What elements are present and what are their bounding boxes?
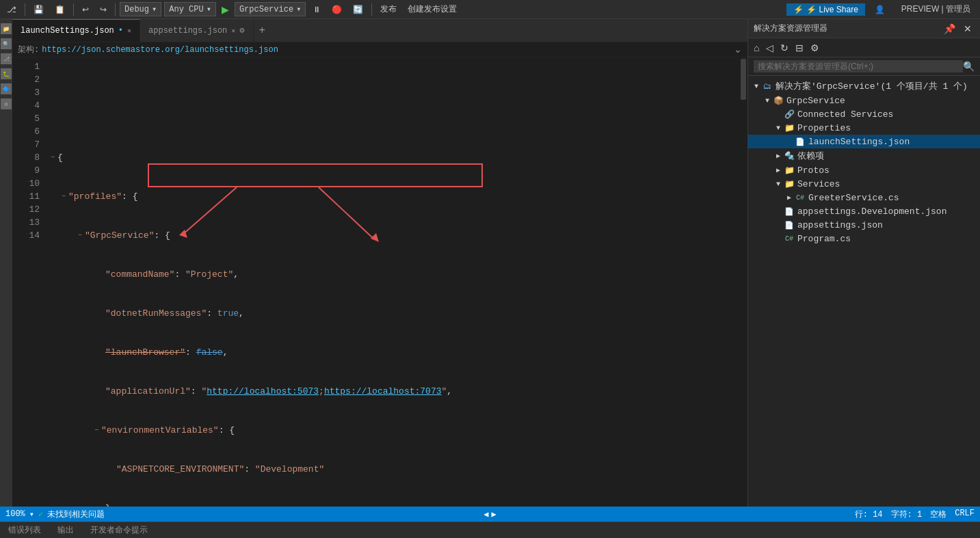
solution-panel: 解决方案资源管理器 📌 ✕ ⌂ ◁ ↻ ⊟ ⚙ 🔍 ▼ 🗂 解决方案'GrpcS… xyxy=(747,19,980,507)
code-line-3: −"GrpcService": { xyxy=(51,229,734,242)
live-share-label: ⚡ Live Share xyxy=(806,5,858,14)
tree-item-program[interactable]: C# Program.cs xyxy=(748,232,980,245)
tree-item-deps[interactable]: ▶ 🔩 依赖项 xyxy=(748,148,980,163)
annotation-arrows xyxy=(45,57,739,507)
tree-item-appsettings-dev[interactable]: 📄 appsettings.Development.json xyxy=(748,204,980,218)
activity-settings[interactable]: ⚙ xyxy=(1,98,12,109)
restart-button[interactable]: 🔄 xyxy=(349,3,367,16)
code-line-7: "applicationUrl": "http://localhost:5073… xyxy=(51,385,734,398)
tab-launch-settings[interactable]: launchSettings.json • ✕ xyxy=(12,19,140,42)
tab-bar: launchSettings.json • ✕ appsettings.json… xyxy=(12,19,747,42)
status-bar: 100% ▾ ✓ 未找到相关问题 ◀ ▶ 行: 14 字符: 1 空格 CRLF xyxy=(0,507,980,522)
search-icon[interactable]: 🔍 xyxy=(963,61,975,72)
create-publish-label[interactable]: 创建发布设置 xyxy=(403,2,461,16)
tab-output[interactable]: 输出 xyxy=(55,524,77,536)
scroll-left-btn[interactable]: ◀ xyxy=(484,509,488,520)
debug-config-dropdown[interactable]: Debug ▾ xyxy=(120,2,161,16)
collapse-1[interactable]: − xyxy=(51,151,55,164)
code-content[interactable]: −{ −"profiles": { −"GrpcService": { "com… xyxy=(45,57,739,507)
debug-config-label: Debug xyxy=(124,5,149,14)
tree-item-solution[interactable]: ▼ 🗂 解决方案'GrpcService'(1 个项目/共 1 个) xyxy=(748,79,980,94)
tree-arrow-protos: ▶ xyxy=(773,166,784,174)
url-https[interactable]: https://localhost:7073 xyxy=(324,385,442,398)
live-share-icon: ⚡ xyxy=(793,5,804,14)
solution-icon: 🗂 xyxy=(762,81,773,92)
panel-close-button[interactable]: ✕ xyxy=(961,22,975,36)
panel-back-btn[interactable]: ◁ xyxy=(763,41,776,55)
tree-arrow-solution: ▼ xyxy=(751,83,762,90)
cpu-dropdown[interactable]: Any CPU ▾ xyxy=(164,2,216,16)
tab-appsettings-close[interactable]: ✕ xyxy=(231,27,235,35)
tab-appsettings-gear[interactable]: ⚙ xyxy=(239,25,244,36)
sep3 xyxy=(115,3,116,16)
run-button[interactable]: ▶ xyxy=(219,3,232,16)
panel-pin-button[interactable]: 📌 xyxy=(941,22,958,36)
collapse-2[interactable]: − xyxy=(62,190,66,203)
tab-error-list[interactable]: 错误列表 xyxy=(5,524,44,536)
encoding-indicator: CRLF xyxy=(955,509,975,520)
panel-header: 解决方案资源管理器 📌 ✕ xyxy=(748,19,980,38)
project-dropdown[interactable]: GrpcService ▾ xyxy=(235,2,306,16)
tab-launch-settings-close[interactable]: ✕ xyxy=(127,27,131,35)
tree-item-launch-settings[interactable]: 📄 launchSettings.json xyxy=(748,135,980,148)
tree-item-connected-services[interactable]: 🔗 Connected Services xyxy=(748,107,980,121)
tab-launch-settings-dot: • xyxy=(118,26,123,36)
user-icon[interactable]: 👤 xyxy=(871,3,889,16)
stop-button[interactable]: 🔴 xyxy=(328,3,346,16)
solution-tree: ▼ 🗂 解决方案'GrpcService'(1 个项目/共 1 个) ▼ 📦 G… xyxy=(748,76,980,507)
status-scroll: ◀ ▶ xyxy=(484,509,496,520)
tree-item-properties[interactable]: ▼ 📁 Properties xyxy=(748,121,980,135)
schema-expand-btn[interactable]: ⌄ xyxy=(734,44,742,55)
live-share-button[interactable]: ⚡ ⚡ Live Share xyxy=(786,3,865,16)
tree-arrow-deps: ▶ xyxy=(773,152,784,160)
add-tab-button[interactable]: + xyxy=(254,19,272,42)
collapse-8[interactable]: − xyxy=(94,424,98,437)
tab-terminal[interactable]: 开发者命令提示 xyxy=(88,524,150,536)
panel-collapse-all-btn[interactable]: ⊟ xyxy=(793,41,806,55)
protos-folder-icon: 📁 xyxy=(784,165,795,176)
tree-label-protos: Protos xyxy=(797,165,830,176)
activity-search[interactable]: 🔍 xyxy=(1,38,12,49)
panel-toolbar: ⌂ ◁ ↻ ⊟ ⚙ xyxy=(748,38,980,57)
tree-label-appsettings-dev: appsettings.Development.json xyxy=(797,206,946,217)
tree-item-project[interactable]: ▼ 📦 GrpcService xyxy=(748,94,980,107)
code-editor: 12345 678910 11121314 −{ xyxy=(12,57,747,507)
tab-appsettings[interactable]: appsettings.json ✕ ⚙ xyxy=(140,19,253,42)
search-input[interactable] xyxy=(754,60,963,72)
activity-debug[interactable]: 🐛 xyxy=(1,68,12,79)
schema-url[interactable]: https://json.schemastore.org/launchsetti… xyxy=(42,45,278,55)
project-icon: 📦 xyxy=(773,95,784,106)
url-http[interactable]: http://localhost:5073 xyxy=(207,385,319,398)
undo-button[interactable]: ↩ xyxy=(78,3,93,16)
panel-settings-btn[interactable]: ⚙ xyxy=(808,41,822,55)
save-all-button[interactable]: 📋 xyxy=(51,3,69,16)
tree-item-services[interactable]: ▼ 📁 Services xyxy=(748,177,980,191)
save-button[interactable]: 💾 xyxy=(29,3,48,16)
connected-services-icon: 🔗 xyxy=(784,109,795,120)
git-button[interactable]: ⎇ xyxy=(3,3,21,16)
activity-explorer[interactable]: 📁 xyxy=(1,23,12,34)
tree-item-greeter[interactable]: ▶ C# GreeterService.cs xyxy=(748,191,980,204)
panel-refresh-btn[interactable]: ↻ xyxy=(778,41,791,55)
redo-button[interactable]: ↪ xyxy=(96,3,111,16)
preview-button[interactable]: PREVIEW | 管理员 xyxy=(895,2,977,16)
space-indicator: 空格 xyxy=(930,509,946,520)
scrollbar-thumb[interactable] xyxy=(741,59,746,100)
cpu-label: Any CPU xyxy=(169,5,203,14)
vertical-scrollbar[interactable] xyxy=(739,57,747,507)
pause-button[interactable]: ⏸ xyxy=(308,3,325,16)
panel-home-btn[interactable]: ⌂ xyxy=(751,41,762,55)
scroll-right-btn[interactable]: ▶ xyxy=(492,509,496,520)
zoom-dropdown[interactable]: ▾ xyxy=(29,509,34,520)
collapse-3[interactable]: − xyxy=(78,229,82,242)
activity-bar: 📁 🔍 ⎇ 🐛 🔷 ⚙ xyxy=(0,19,12,507)
tree-item-appsettings[interactable]: 📄 appsettings.json xyxy=(748,218,980,232)
code-line-8: −"environmentVariables": { xyxy=(51,424,734,437)
tree-item-protos[interactable]: ▶ 📁 Protos xyxy=(748,163,980,177)
no-issues-icon: ✓ xyxy=(38,509,43,520)
publish-label: 发布 xyxy=(376,2,401,16)
activity-git[interactable]: ⎇ xyxy=(1,53,12,64)
sep4 xyxy=(371,3,372,16)
tree-label-services: Services xyxy=(797,179,840,189)
activity-extensions[interactable]: 🔷 xyxy=(1,83,12,94)
